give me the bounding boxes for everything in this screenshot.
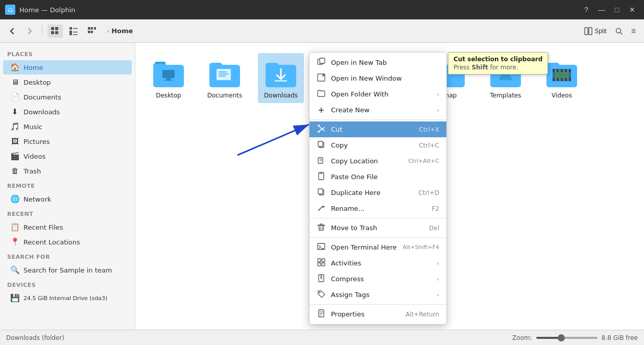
- copy-location-icon: [317, 156, 326, 166]
- file-item-templates[interactable]: Templates: [483, 53, 529, 103]
- close-button[interactable]: ✕: [626, 4, 639, 15]
- free-space: 8.8 GiB free: [602, 334, 638, 341]
- forward-button[interactable]: [22, 25, 37, 37]
- svg-rect-21: [164, 80, 173, 81]
- music-icon: 🎵: [10, 122, 19, 131]
- breadcrumb-home[interactable]: Home: [111, 27, 133, 35]
- ctx-compress-label: Compress: [331, 275, 432, 283]
- svg-rect-56: [318, 259, 321, 262]
- file-item-videos[interactable]: Videos: [539, 53, 585, 103]
- sidebar-item-documents[interactable]: 📄 Documents: [3, 90, 132, 104]
- svg-point-46: [318, 125, 320, 127]
- ctx-rename[interactable]: Rename... F2: [309, 201, 446, 216]
- ctx-activities[interactable]: Activities ›: [309, 255, 446, 271]
- ctx-create-new[interactable]: + Create New ›: [309, 102, 446, 118]
- ctx-rename-label: Rename...: [331, 205, 426, 212]
- recent-locations-icon: 📍: [10, 237, 19, 247]
- svg-rect-57: [322, 259, 325, 262]
- minimize-button[interactable]: —: [595, 4, 608, 15]
- svg-rect-41: [567, 78, 569, 81]
- sidebar-item-recent-files[interactable]: 📋 Recent Files: [3, 220, 132, 234]
- svg-rect-33: [555, 72, 569, 78]
- ctx-copy-location-label: Copy Location: [331, 157, 403, 165]
- ctx-open-new-tab[interactable]: Open in New Tab: [309, 55, 446, 70]
- view-compact-button[interactable]: [84, 24, 100, 38]
- ctx-open-terminal[interactable]: Open Terminal Here Alt+Shift+F4: [309, 239, 446, 255]
- help-button[interactable]: ?: [580, 4, 593, 15]
- sidebar-item-pictures[interactable]: 🖼 Pictures: [3, 134, 132, 149]
- titlebar-left: 🗂 Home — Dolphin: [5, 5, 76, 15]
- compress-arrow: ›: [437, 276, 439, 283]
- file-item-documents[interactable]: Documents: [202, 53, 248, 103]
- svg-rect-1: [55, 27, 58, 30]
- sidebar-home-label: Home: [23, 64, 43, 71]
- open-new-window-icon: [317, 73, 326, 83]
- ctx-duplicate-here[interactable]: Duplicate Here Ctrl+D: [309, 185, 446, 201]
- sidebar-item-music[interactable]: 🎵 Music: [3, 119, 132, 134]
- menu-button[interactable]: ≡: [628, 24, 639, 38]
- ctx-cut[interactable]: Cut Ctrl+X: [309, 121, 446, 137]
- ctx-properties[interactable]: Properties Alt+Return: [309, 306, 446, 322]
- sidebar-item-desktop[interactable]: 🖥 Desktop: [3, 75, 132, 89]
- back-button[interactable]: [5, 25, 19, 37]
- view-icons-button[interactable]: [47, 24, 63, 38]
- open-terminal-icon: [317, 242, 326, 252]
- split-button[interactable]: Split: [581, 25, 609, 37]
- svg-rect-8: [69, 33, 72, 35]
- sidebar-videos-label: Videos: [23, 153, 45, 160]
- ctx-paste-one-file[interactable]: Paste One File: [309, 169, 446, 185]
- svg-rect-10: [88, 27, 90, 30]
- view-details-button[interactable]: [66, 24, 81, 38]
- file-item-desktop[interactable]: Desktop: [146, 53, 192, 103]
- ctx-open-folder-with[interactable]: Open Folder With ›: [309, 86, 446, 102]
- context-menu[interactable]: Open in New Tab Open in New Window: [309, 52, 447, 325]
- ctx-copy-label: Copy: [331, 141, 414, 149]
- sidebar-item-internal-drive[interactable]: 💾 24.5 GiB Internal Drive (sda3): [3, 291, 132, 305]
- svg-rect-40: [563, 78, 565, 81]
- ctx-compress[interactable]: Compress ›: [309, 271, 446, 287]
- ctx-open-new-window[interactable]: Open in New Window: [309, 70, 446, 86]
- ctx-move-to-trash[interactable]: Move to Trash Del: [309, 220, 446, 236]
- duplicate-here-icon: [317, 188, 326, 198]
- videos-folder-icon: [545, 57, 578, 90]
- svg-rect-2: [51, 31, 54, 34]
- places-label: Places: [0, 47, 135, 60]
- svg-rect-35: [559, 69, 561, 72]
- sidebar-item-network[interactable]: 🌐 Network: [3, 192, 132, 206]
- sidebar-item-downloads[interactable]: ⬇ Downloads: [3, 105, 132, 119]
- ctx-copy[interactable]: Copy Ctrl+C: [309, 137, 446, 153]
- ctx-copy-location[interactable]: Copy Location Ctrl+Alt+C: [309, 153, 446, 169]
- svg-rect-12: [94, 27, 96, 30]
- search-button[interactable]: [612, 25, 626, 37]
- sidebar-item-videos[interactable]: 🎬 Videos: [3, 149, 132, 163]
- svg-rect-18: [155, 62, 165, 64]
- sidebar-item-search-sample[interactable]: 🔍 Search for Sample in team: [3, 263, 132, 277]
- ctx-rename-shortcut: F2: [432, 205, 439, 212]
- activities-arrow: ›: [437, 260, 439, 267]
- sidebar-music-label: Music: [23, 123, 42, 131]
- properties-icon: [317, 309, 326, 319]
- videos-icon: 🎬: [10, 152, 19, 161]
- pictures-icon: 🖼: [10, 137, 19, 146]
- move-to-trash-icon: [317, 223, 326, 233]
- svg-rect-52: [320, 172, 323, 174]
- sidebar-item-recent-locations[interactable]: 📍 Recent Locations: [3, 235, 132, 249]
- file-item-downloads[interactable]: Downloads: [258, 53, 304, 103]
- cut-icon: [317, 125, 326, 134]
- zoom-slider[interactable]: [536, 337, 598, 339]
- titlebar-controls: ? — □ ✕: [580, 4, 639, 15]
- desktop-folder-icon: [152, 57, 185, 90]
- ctx-properties-shortcut: Alt+Return: [406, 311, 439, 318]
- maximize-button[interactable]: □: [610, 4, 624, 15]
- ctx-open-new-tab-label: Open in New Tab: [331, 59, 439, 66]
- ctx-assign-tags[interactable]: Assign Tags ›: [309, 287, 446, 303]
- sidebar-drive-label: 24.5 GiB Internal Drive (sda3): [23, 295, 107, 302]
- ctx-open-terminal-shortcut: Alt+Shift+F4: [402, 244, 439, 251]
- sidebar-item-trash[interactable]: 🗑 Trash: [3, 164, 132, 178]
- sidebar-item-home[interactable]: 🏠 Home: [3, 60, 132, 75]
- open-folder-with-arrow: ›: [437, 91, 439, 98]
- open-new-tab-icon: [317, 58, 326, 67]
- svg-rect-58: [318, 263, 321, 266]
- app-icon: 🗂: [5, 5, 15, 15]
- ctx-open-folder-with-label: Open Folder With: [331, 90, 432, 98]
